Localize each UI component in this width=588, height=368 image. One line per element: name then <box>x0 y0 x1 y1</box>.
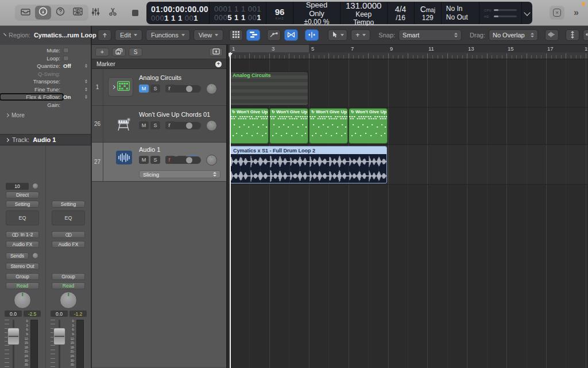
mute-button[interactable]: M <box>139 121 149 129</box>
arrange-grid[interactable]: Analog Circuits ↻Won't Give Up ↻Won't Gi… <box>229 59 588 368</box>
track-pan-knob[interactable] <box>206 155 217 166</box>
loop-checkbox[interactable] <box>63 56 69 61</box>
pan-value[interactable]: 0.0 <box>5 310 22 317</box>
volume-value[interactable]: -1.2 <box>69 310 87 317</box>
inspector-button[interactable] <box>35 6 52 20</box>
track-pan-knob[interactable] <box>206 120 217 131</box>
mute-button[interactable]: M <box>139 85 149 93</box>
regions-view-button[interactable] <box>246 29 260 41</box>
cycle-region[interactable] <box>230 45 309 52</box>
lcd-tempo[interactable]: 131.0000 Keep Tempo <box>341 2 388 24</box>
vertical-auto-zoom-button[interactable] <box>566 29 579 41</box>
fader-cap[interactable] <box>7 328 20 345</box>
flex-button[interactable] <box>284 29 298 41</box>
lcd-varispeed[interactable]: Speed Only ±0.00 % <box>293 2 341 24</box>
audio-fx-slot[interactable]: Audio FX <box>52 241 85 248</box>
lcd-key-signature[interactable]: Cmaj 129 <box>415 2 442 24</box>
lcd-display[interactable]: 01:00:00:00.00 0001 1 1 001 0001 1 1 001… <box>146 2 532 24</box>
eq-slot[interactable]: EQ <box>6 210 39 225</box>
clear-overload-button[interactable]: × <box>550 6 564 20</box>
ruler-tick-strip[interactable] <box>229 52 588 59</box>
slider-thumb[interactable] <box>186 122 192 129</box>
horizontal-auto-zoom-button[interactable] <box>583 29 588 41</box>
automation-mode-button[interactable]: Read <box>6 282 39 289</box>
marker-global-track[interactable]: Marker + <box>92 59 226 69</box>
smart-controls-button[interactable] <box>70 6 86 20</box>
volume-fader[interactable]: 0-3-6-9-12-15-18-21-24-30-35-40-45-50-60… <box>3 320 41 368</box>
lcd-time-signature[interactable]: 4/4 /16 <box>388 2 415 24</box>
track-volume-slider[interactable] <box>170 122 201 129</box>
track-pan-knob[interactable] <box>206 83 217 94</box>
grid-view-button[interactable] <box>229 29 243 41</box>
setting-button[interactable]: Setting <box>52 201 85 208</box>
region-inspector-header[interactable]: Region: Cymatics...rum Loop 2 <box>0 26 92 45</box>
param-quantize[interactable]: Quantize:Off <box>0 62 91 70</box>
midi-region-wont-give-up-4[interactable]: ↻Won't Give Up <box>349 108 388 144</box>
input-slot[interactable] <box>52 231 85 238</box>
slider-thumb[interactable] <box>186 157 192 163</box>
drag-dropdown[interactable]: No Overlap <box>489 29 538 41</box>
lcd-options-button[interactable] <box>522 2 532 24</box>
mute-checkbox[interactable] <box>63 48 69 53</box>
track-disclosure-button[interactable] <box>108 77 133 97</box>
pan-knob[interactable] <box>14 292 31 309</box>
more-disclosure[interactable]: More <box>0 109 91 119</box>
flex-mode-dropdown[interactable]: Slicing <box>139 170 220 178</box>
library-button[interactable] <box>17 6 34 20</box>
track-row-1[interactable]: 1 Analog Circuits M S R <box>92 69 226 106</box>
automation-mode-button[interactable]: Read <box>52 282 85 289</box>
param-transpose[interactable]: Transpose: <box>0 78 91 86</box>
group-slot[interactable]: Group <box>52 273 85 280</box>
solo-button[interactable]: S <box>150 85 160 93</box>
stop-button[interactable] <box>127 6 142 20</box>
slider-thumb[interactable] <box>186 86 192 92</box>
more-tools-icon[interactable]: » <box>574 7 578 18</box>
secondary-tool-menu[interactable]: + <box>351 29 370 41</box>
solo-button[interactable]: S <box>150 121 160 129</box>
editors-button[interactable] <box>105 6 121 20</box>
track-row-26[interactable]: 26 Won't Give Up Chords 01 M S R <box>92 106 226 143</box>
midi-region-wont-give-up-2[interactable]: ↻Won't Give Up <box>269 108 308 144</box>
functions-menu[interactable]: Functions <box>146 29 190 41</box>
track-volume-slider[interactable] <box>170 85 201 93</box>
bar-ruler[interactable]: 1 3 5 7 9 11 13 15 17 19 <box>229 45 588 52</box>
mixer-button[interactable] <box>87 6 103 20</box>
view-menu[interactable]: View <box>194 29 224 41</box>
param-flex-follow[interactable]: Flex & Follow:On <box>0 93 91 101</box>
track-row-27[interactable]: 27 Audio 1 M S R I Slicing <box>92 143 226 182</box>
track-volume-slider[interactable] <box>170 156 201 164</box>
add-marker-icon[interactable]: + <box>215 61 222 67</box>
input-gain-field[interactable]: 10 <box>6 183 29 190</box>
pan-value[interactable]: 0.0 <box>51 310 68 317</box>
setting-button[interactable]: Setting <box>6 201 39 208</box>
param-fine-tune[interactable]: Fine Tune: <box>0 86 91 94</box>
quick-help-button[interactable] <box>52 6 69 20</box>
param-gain[interactable]: Gain: <box>0 101 91 109</box>
solo-button[interactable]: S <box>150 156 160 164</box>
track-inspector-header[interactable]: Track: Audio 1 <box>0 134 91 145</box>
param-loop[interactable]: Loop: <box>0 55 91 63</box>
nudge-up-button[interactable] <box>98 29 111 41</box>
audio-fx-slot[interactable]: Audio FX <box>6 241 39 248</box>
arrange-area[interactable]: 1 3 5 7 9 11 13 15 17 19 Analog Circuits <box>229 45 588 368</box>
lcd-position[interactable]: 01:00:00:00.00 0001 1 1 001 <box>146 2 210 24</box>
lcd-midi-io[interactable]: No In No Out <box>442 2 479 24</box>
lcd-sample-rate[interactable]: 96 KHZ <box>266 2 293 24</box>
input-slot[interactable]: In 1-2 <box>6 231 39 238</box>
volume-value[interactable]: -2.5 <box>24 310 41 317</box>
param-mute[interactable]: Mute: <box>0 47 91 55</box>
automation-button[interactable] <box>267 29 281 41</box>
volume-fader[interactable]: 0-3-6-9-12-15-18-21-24-30-35-40-45-50-60… <box>49 320 87 368</box>
output-slot[interactable]: Stereo Out <box>6 263 39 270</box>
midi-region-wont-give-up-1[interactable]: ↻Won't Give Up <box>230 108 269 144</box>
pan-knob[interactable] <box>60 292 77 309</box>
pattern-region-analog-circuits[interactable]: Analog Circuits <box>230 71 308 106</box>
send-knob[interactable] <box>32 252 38 259</box>
gain-knob[interactable] <box>32 183 38 189</box>
lcd-performance-meters[interactable]: CPU HD <box>479 2 522 24</box>
lcd-cycle-locators[interactable]: 0001 1 1 001 0005 1 1 001 <box>210 2 266 24</box>
param-q-swing[interactable]: Q-Swing: <box>0 70 91 78</box>
edit-menu[interactable]: Edit <box>115 29 142 41</box>
pointer-tool-menu[interactable] <box>328 29 347 41</box>
fader-cap[interactable] <box>53 328 65 345</box>
